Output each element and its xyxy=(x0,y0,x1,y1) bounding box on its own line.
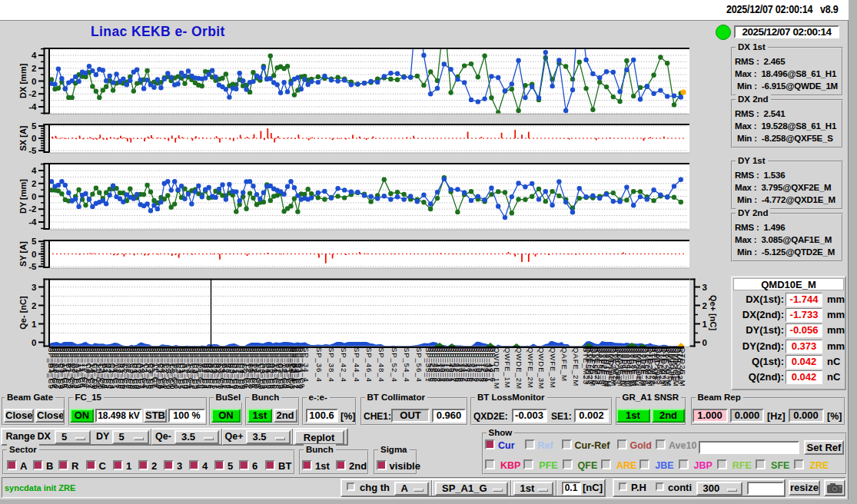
svg-text:Qe- [nC]: Qe- [nC] xyxy=(18,296,28,330)
svg-text:QAFE_2M: QAFE_2M xyxy=(572,347,580,386)
svg-text:QWDE_2M: QWDE_2M xyxy=(515,347,523,390)
svg-text:SP_44_4: SP_44_4 xyxy=(353,347,361,383)
svg-text:4: 4 xyxy=(32,51,37,60)
svg-text:SP_48_4: SP_48_4 xyxy=(377,347,386,383)
svg-text:0: 0 xyxy=(32,250,36,259)
svg-text:QWFE_3M: QWFE_3M xyxy=(549,347,557,389)
svg-text:SP_54_4: SP_54_4 xyxy=(403,347,411,383)
svg-text:QWFE_1M: QWFE_1M xyxy=(503,347,512,389)
svg-text:SP_46_4: SP_46_4 xyxy=(365,347,374,383)
svg-text:0: 0 xyxy=(32,77,36,86)
svg-text:3: 3 xyxy=(703,283,707,292)
svg-text:-4: -4 xyxy=(28,102,37,111)
svg-text:2: 2 xyxy=(32,64,36,73)
svg-text:0: 0 xyxy=(703,338,707,347)
svg-text:5: 5 xyxy=(32,121,37,131)
svg-text:5: 5 xyxy=(32,237,37,246)
svg-text:SP_52_4: SP_52_4 xyxy=(390,347,399,383)
svg-text:1: 1 xyxy=(703,320,708,329)
svg-text:Qe+ [nC]: Qe+ [nC] xyxy=(709,295,718,330)
svg-text:2: 2 xyxy=(703,301,707,310)
svg-text:0: 0 xyxy=(32,134,36,143)
svg-text:2: 2 xyxy=(32,301,36,310)
svg-text:SP_34_4: SP_34_4 xyxy=(302,347,311,383)
svg-text:QWFE_2M: QWFE_2M xyxy=(526,347,535,389)
svg-text:QWDE_3M: QWDE_3M xyxy=(537,347,546,390)
svg-text:SY [A]: SY [A] xyxy=(18,241,28,267)
svg-text:1: 1 xyxy=(32,320,37,329)
svg-text:SX [A]: SX [A] xyxy=(18,125,28,151)
svg-text:SP_36_4: SP_36_4 xyxy=(315,347,324,383)
svg-text:QAFE_M: QAFE_M xyxy=(560,347,569,382)
svg-text:2: 2 xyxy=(32,179,36,188)
svg-text:-4: -4 xyxy=(28,217,37,227)
svg-text:0: 0 xyxy=(32,338,36,347)
svg-text:QWDE_1M: QWDE_1M xyxy=(493,347,501,390)
svg-text:-2: -2 xyxy=(28,89,36,98)
svg-text:-2: -2 xyxy=(28,204,36,214)
svg-text:SP_42_4: SP_42_4 xyxy=(340,347,348,383)
svg-text:DX [mm]: DX [mm] xyxy=(18,63,28,98)
svg-text:SP_32_4: SP_32_4 xyxy=(290,347,298,383)
svg-text:SP_38_4: SP_38_4 xyxy=(327,347,336,383)
svg-text:QTD2E_M: QTD2E_M xyxy=(679,347,687,387)
svg-text:SP_56_4: SP_56_4 xyxy=(415,347,424,383)
svg-text:4: 4 xyxy=(32,166,37,175)
svg-text:-5: -5 xyxy=(28,262,37,271)
svg-text:3: 3 xyxy=(32,283,36,292)
svg-text:-5: -5 xyxy=(28,146,37,155)
svg-text:0: 0 xyxy=(32,192,36,201)
svg-text:DY [mm]: DY [mm] xyxy=(18,179,28,214)
